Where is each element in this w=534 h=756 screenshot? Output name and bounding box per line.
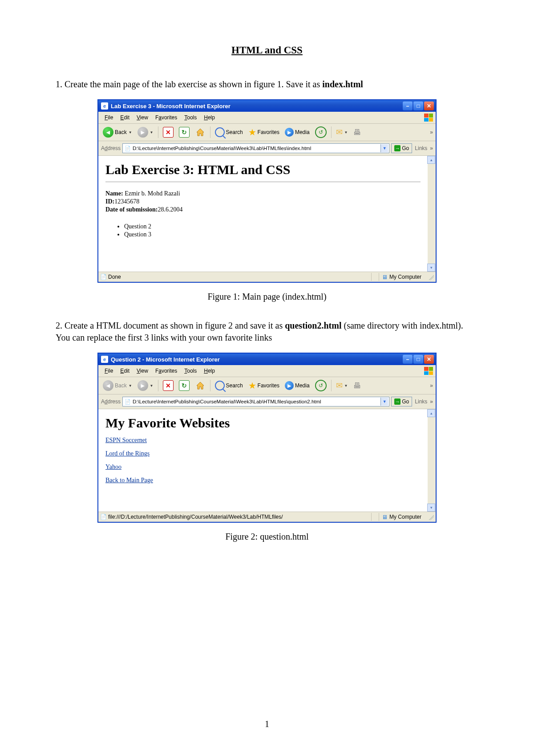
- menu-favorites[interactable]: Favorites: [152, 367, 181, 375]
- back-dropdown-icon[interactable]: ▼: [129, 384, 132, 388]
- menubar: File Edit View Favorites Tools Help: [98, 112, 436, 124]
- menu-file[interactable]: File: [101, 114, 117, 122]
- links-chevron-icon[interactable]: [430, 145, 433, 151]
- minimize-button[interactable]: –: [403, 355, 413, 364]
- back-arrow-icon: ◄: [103, 380, 113, 391]
- minimize-button[interactable]: –: [403, 102, 413, 110]
- status-page-icon: 📄: [100, 514, 106, 520]
- search-button[interactable]: Search: [213, 380, 245, 391]
- menu-view[interactable]: View: [133, 114, 152, 122]
- link-back-main[interactable]: Back to Main Page: [105, 477, 153, 484]
- status-pane-empty: [371, 273, 377, 281]
- scroll-down-button[interactable]: ▾: [427, 504, 435, 512]
- go-button[interactable]: → Go: [391, 397, 412, 406]
- scroll-down-button[interactable]: ▾: [427, 264, 435, 272]
- page-icon: 📄: [125, 398, 131, 405]
- menu-edit[interactable]: Edit: [117, 114, 133, 122]
- home-icon: [195, 380, 206, 391]
- menu-edit[interactable]: Edit: [117, 367, 133, 375]
- links-label[interactable]: Links: [414, 398, 428, 405]
- menu-help[interactable]: Help: [200, 114, 218, 122]
- print-button[interactable]: 🖶: [352, 126, 363, 138]
- links-chevron-icon[interactable]: [430, 398, 433, 405]
- list-item[interactable]: Question 3: [124, 231, 421, 238]
- menu-tools[interactable]: Tools: [181, 367, 200, 375]
- status-bar: 📄 Done 🖥 My Computer: [98, 272, 436, 282]
- mail-button[interactable]: ✉▼: [334, 126, 350, 138]
- list-item[interactable]: Question 2: [124, 223, 421, 230]
- address-bar: Address 📄 D:\Lecture\InternetPublishing\…: [98, 141, 436, 156]
- close-button[interactable]: ✕: [424, 102, 434, 110]
- forward-dropdown-icon[interactable]: ▼: [150, 384, 154, 388]
- address-dropdown-icon[interactable]: ▼: [380, 144, 388, 152]
- divider: [105, 182, 421, 182]
- menu-favorites[interactable]: Favorites: [152, 114, 181, 122]
- forward-button[interactable]: ► ▼: [136, 126, 155, 138]
- favorites-button[interactable]: ★ Favorites: [247, 126, 281, 138]
- back-label: Back: [115, 129, 127, 135]
- figure-2-caption: Figure 2: question.html: [56, 532, 478, 542]
- favorites-label: Favorites: [258, 129, 279, 135]
- address-input[interactable]: 📄 D:\Lecture\InternetPublishing\CourseMa…: [122, 143, 389, 153]
- mail-icon: ✉: [336, 381, 343, 390]
- maximize-button[interactable]: □: [413, 355, 423, 364]
- ie-window-figure-1: e Lab Exercise 3 - Microsoft Internet Ex…: [97, 99, 437, 283]
- print-icon: 🖶: [353, 128, 361, 137]
- toolbar-chevron-icon[interactable]: [430, 382, 433, 389]
- link-yahoo[interactable]: Yahoo: [105, 463, 121, 471]
- page-icon: 📄: [125, 145, 131, 151]
- resize-grip-icon[interactable]: [428, 514, 434, 520]
- media-button[interactable]: ▶ Media: [283, 126, 312, 138]
- address-dropdown-icon[interactable]: ▼: [380, 398, 388, 406]
- menu-view[interactable]: View: [133, 367, 152, 375]
- status-text: file:///D:/Lecture/InternetPublishing/Co…: [108, 514, 283, 520]
- link-lotr[interactable]: Lord of the Rings: [105, 450, 150, 457]
- toolbar: ◄ Back ▼ ► ▼ ✕ ↻ Search ★: [98, 377, 436, 394]
- search-button[interactable]: Search: [213, 126, 245, 138]
- refresh-button[interactable]: ↻: [177, 380, 191, 391]
- history-button[interactable]: ↺: [313, 126, 328, 138]
- home-button[interactable]: [193, 380, 207, 391]
- home-button[interactable]: [193, 126, 207, 138]
- history-button[interactable]: ↺: [313, 380, 328, 391]
- resize-grip-icon[interactable]: [428, 274, 434, 280]
- toolbar: ◄ Back ▼ ► ▼ ✕ ↻ Search ★: [98, 124, 436, 141]
- back-arrow-icon: ◄: [103, 127, 113, 138]
- refresh-button[interactable]: ↻: [177, 126, 191, 138]
- links-label[interactable]: Links: [414, 145, 428, 151]
- media-label: Media: [295, 129, 310, 135]
- name-row: Name: Ezmir b. Mohd Razali: [105, 190, 421, 197]
- stop-button[interactable]: ✕: [161, 126, 175, 138]
- address-input[interactable]: 📄 D:\Lecture\InternetPublishing\CourseMa…: [122, 397, 389, 406]
- instruction-2: 2. Create a HTML document as shown in fi…: [56, 320, 478, 344]
- mail-button[interactable]: ✉▼: [334, 380, 350, 391]
- link-espn[interactable]: ESPN Soccernet: [105, 437, 147, 444]
- address-label: Address: [101, 145, 121, 151]
- menu-file[interactable]: File: [101, 367, 117, 375]
- close-button[interactable]: ✕: [424, 355, 434, 364]
- favorites-button[interactable]: ★ Favorites: [247, 380, 281, 391]
- media-button[interactable]: ▶ Media: [283, 380, 312, 391]
- ie-app-icon: e: [101, 356, 108, 363]
- menubar: File Edit View Favorites Tools Help: [98, 365, 436, 377]
- menu-help[interactable]: Help: [200, 367, 218, 375]
- address-url: D:\Lecture\InternetPublishing\CourseMate…: [133, 146, 311, 151]
- back-button[interactable]: ◄ Back ▼: [101, 126, 134, 138]
- document-title: HTML and CSS: [56, 45, 478, 56]
- search-icon: [215, 127, 225, 137]
- forward-button[interactable]: ► ▼: [136, 380, 155, 391]
- scroll-up-button[interactable]: ▴: [427, 156, 435, 164]
- scroll-up-button[interactable]: ▴: [427, 409, 435, 417]
- maximize-button[interactable]: □: [413, 102, 423, 110]
- instruction-1: 1. Create the main page of the lab exerc…: [56, 78, 478, 90]
- go-button[interactable]: → Go: [391, 143, 412, 153]
- forward-dropdown-icon[interactable]: ▼: [150, 130, 154, 134]
- stop-button[interactable]: ✕: [161, 380, 175, 391]
- back-button[interactable]: ◄ Back ▼: [101, 380, 134, 391]
- menu-tools[interactable]: Tools: [181, 114, 200, 122]
- forward-arrow-icon: ►: [138, 127, 148, 138]
- toolbar-chevron-icon[interactable]: [430, 129, 433, 135]
- print-button[interactable]: 🖶: [352, 380, 363, 391]
- address-bar: Address 📄 D:\Lecture\InternetPublishing\…: [98, 394, 436, 409]
- back-dropdown-icon[interactable]: ▼: [129, 130, 132, 134]
